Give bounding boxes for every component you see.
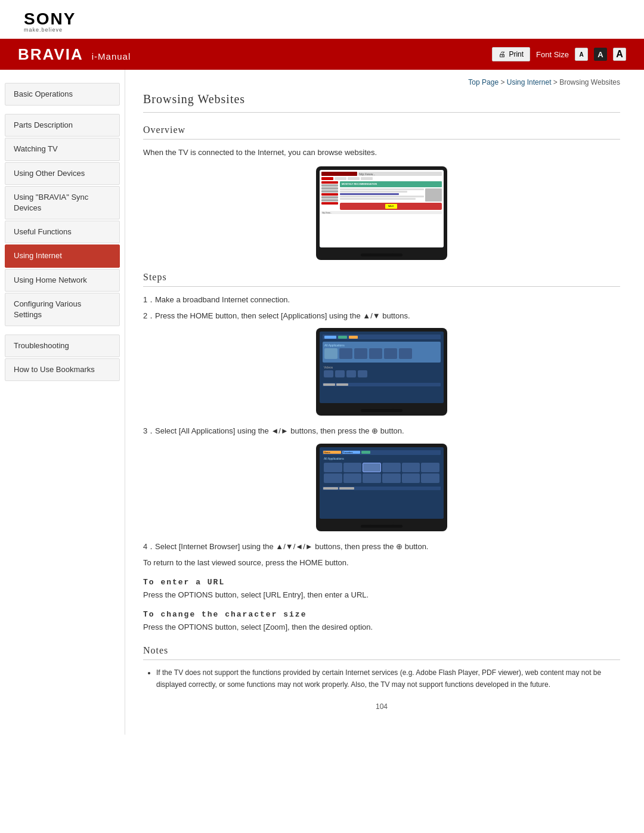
sidebar-item-configuring-various[interactable]: Configuring Various Settings [5,293,120,326]
steps-list-2: 3． Select [All Applications] using the ◄… [143,425,620,438]
tv-base [361,253,402,256]
print-icon: 🖨 [499,50,506,58]
step-1-num: 1． [143,294,155,306]
sidebar-item-watching-tv[interactable]: Watching TV [5,138,120,160]
note-1: If the TV does not support the functions… [156,667,620,690]
sidebar-item-troubleshooting[interactable]: Troubleshooting [5,335,120,357]
tv-base-2 [361,409,402,412]
char-heading: To change the character size [143,610,620,619]
sony-logo: SONY make.believe [24,11,76,33]
tv-mockup-apps2: Home Favorites All Applications [316,444,447,531]
font-size-label: Font Size [536,50,569,59]
step-2-num: 2． [143,310,155,323]
step-1: 1． Make a broadband Internet connection. [143,294,620,306]
tv-mockup-apps1: All Applications Videos [316,328,447,416]
page-number: 104 [143,702,620,711]
sidebar: Basic Operations Parts Description Watch… [0,70,125,735]
return-text: To return to the last viewed source, pre… [143,557,620,569]
imanual-label: i-Manual [92,51,131,61]
tv-stand-2 [370,403,394,409]
main-layout: Basic Operations Parts Description Watch… [0,70,644,735]
bravia-banner: BRAVIA i-Manual 🖨 Print Font Size A A A [0,39,644,70]
sidebar-item-basic-operations[interactable]: Basic Operations [5,83,120,106]
bravia-left: BRAVIA i-Manual [18,45,131,64]
step-1-text: Make a broadband Internet connection. [155,295,290,304]
breadcrumb-current: Browsing Websites [559,78,620,86]
url-text: Press the OPTIONS button, select [URL En… [143,589,620,602]
page-title: Browsing Websites [143,92,620,113]
step-3: 3． Select [All Applications] using the ◄… [143,425,620,438]
tv-screen-browser: http://www... [320,170,444,247]
sidebar-item-using-other-devices[interactable]: Using Other Devices [5,162,120,185]
screen-browser-content: http://www... [320,170,444,247]
sidebar-item-parts-description[interactable]: Parts Description [5,114,120,137]
sidebar-item-bookmarks[interactable]: How to Use Bookmarks [5,358,120,381]
font-small-button[interactable]: A [575,48,588,61]
breadcrumb-top-page[interactable]: Top Page [468,78,499,86]
banner-right: 🖨 Print Font Size A A A [492,47,626,61]
notes-heading: Notes [143,645,620,660]
sony-tagline: make.believe [24,27,76,33]
sony-wordmark: SONY [24,11,76,27]
tv-base-3 [361,525,402,528]
breadcrumb-sep1: > [499,78,507,86]
overview-heading: Overview [143,125,620,140]
top-bar: SONY make.believe [0,0,644,39]
step-4: 4． Select [Internet Browser] using the ▲… [143,541,620,553]
step-2: 2． Press the HOME button, then select [A… [143,310,620,323]
overview-text: When the TV is connected to the Internet… [143,147,620,159]
sidebar-item-useful-functions[interactable]: Useful Functions [5,221,120,243]
breadcrumb-using-internet[interactable]: Using Internet [507,78,552,86]
step-4-num: 4． [143,541,155,553]
step-3-text: Select [All Applications] using the ◄/► … [155,426,404,435]
tv-stand-3 [370,519,394,525]
font-large-button[interactable]: A [613,48,626,61]
notes-section: Notes If the TV does not support the fun… [143,645,620,690]
screen-apps-content: All Applications Videos [320,332,444,403]
steps-heading: Steps [143,272,620,287]
sidebar-item-using-home-network[interactable]: Using Home Network [5,269,120,292]
font-medium-button[interactable]: A [594,48,607,61]
step-2-text: Press the HOME button, then select [Appl… [155,311,410,320]
step-3-num: 3． [143,425,155,438]
tv-stand [370,247,394,253]
tv-mockup-browser: http://www... [316,166,447,260]
print-button[interactable]: 🖨 Print [492,47,530,61]
content-area: Top Page > Using Internet > Browsing Web… [125,70,644,735]
bravia-logo: BRAVIA [18,45,83,64]
char-text: Press the OPTIONS button, select [Zoom],… [143,621,620,634]
step-4-text: Select [Internet Browser] using the ▲/▼/… [155,542,428,551]
breadcrumb-sep2: > [551,78,559,86]
steps-list: 1． Make a broadband Internet connection.… [143,294,620,323]
notes-list: If the TV does not support the functions… [143,667,620,690]
breadcrumb: Top Page > Using Internet > Browsing Web… [143,75,620,92]
sidebar-item-using-bravia-sync[interactable]: Using "BRAVIA" Sync Devices [5,186,120,219]
print-label: Print [509,50,524,58]
url-heading: To enter a URL [143,578,620,587]
tv-screen-apps2: Home Favorites All Applications [320,447,444,519]
steps-list-3: 4． Select [Internet Browser] using the ▲… [143,541,620,553]
screen-apps2-content: Home Favorites All Applications [320,447,444,519]
tv-screen-apps1: All Applications Videos [320,332,444,403]
sidebar-item-using-internet[interactable]: Using Internet [5,244,120,267]
